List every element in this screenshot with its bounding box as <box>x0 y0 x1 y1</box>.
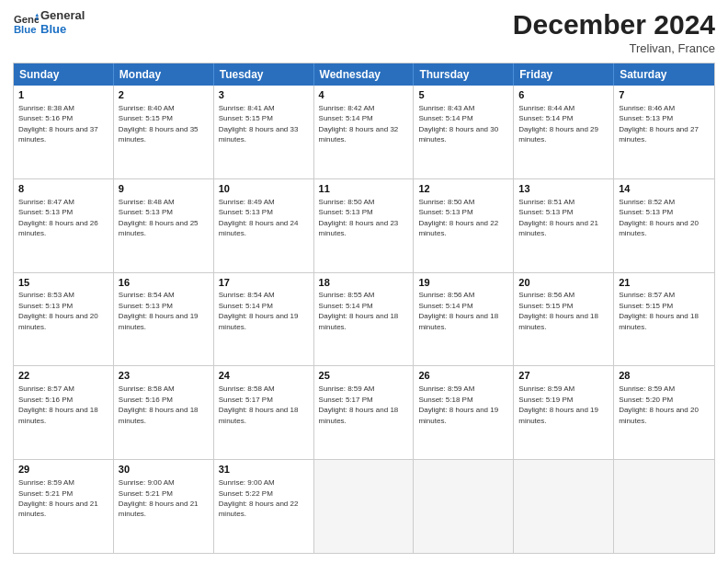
calendar-week-row: 29 Sunrise: 8:59 AMSunset: 5:21 PMDaylig… <box>14 459 714 553</box>
cell-text: Sunrise: 8:55 AMSunset: 5:14 PMDaylight:… <box>319 291 399 330</box>
day-number: 25 <box>319 369 409 383</box>
day-number: 23 <box>119 369 209 383</box>
table-row: 26 Sunrise: 8:59 AMSunset: 5:18 PMDaylig… <box>414 366 514 459</box>
calendar-week-row: 22 Sunrise: 8:57 AMSunset: 5:16 PMDaylig… <box>14 365 714 459</box>
day-number: 19 <box>418 276 508 290</box>
table-row: 20 Sunrise: 8:56 AMSunset: 5:15 PMDaylig… <box>514 273 614 366</box>
day-number: 2 <box>119 88 209 102</box>
table-row: 13 Sunrise: 8:51 AMSunset: 5:13 PMDaylig… <box>514 179 614 272</box>
header: General Blue General Blue December 2024 … <box>13 9 715 55</box>
day-number: 14 <box>619 182 710 196</box>
day-number: 13 <box>518 182 609 196</box>
table-row: 3 Sunrise: 8:41 AMSunset: 5:15 PMDayligh… <box>214 86 314 178</box>
cell-text: Sunrise: 8:54 AMSunset: 5:14 PMDaylight:… <box>219 291 299 330</box>
table-row <box>314 460 415 553</box>
table-row: 23 Sunrise: 8:58 AMSunset: 5:16 PMDaylig… <box>114 366 214 459</box>
cell-text: Sunrise: 8:48 AMSunset: 5:13 PMDaylight:… <box>119 198 199 237</box>
cell-text: Sunrise: 8:42 AMSunset: 5:14 PMDaylight:… <box>319 104 399 144</box>
logo-blue: Blue <box>40 23 85 37</box>
cell-text: Sunrise: 8:59 AMSunset: 5:19 PMDaylight:… <box>518 385 598 424</box>
cell-text: Sunrise: 8:46 AMSunset: 5:13 PMDaylight:… <box>619 104 699 144</box>
cell-text: Sunrise: 8:50 AMSunset: 5:13 PMDaylight:… <box>418 198 498 237</box>
day-of-week-header: Tuesday <box>214 63 314 86</box>
table-row: 30 Sunrise: 9:00 AMSunset: 5:21 PMDaylig… <box>114 460 214 553</box>
table-row: 2 Sunrise: 8:40 AMSunset: 5:15 PMDayligh… <box>114 86 214 178</box>
day-of-week-header: Friday <box>514 63 614 86</box>
day-number: 26 <box>418 369 508 383</box>
table-row: 24 Sunrise: 8:58 AMSunset: 5:17 PMDaylig… <box>214 366 314 459</box>
day-of-week-header: Thursday <box>414 63 514 86</box>
day-number: 6 <box>518 88 609 102</box>
cell-text: Sunrise: 8:57 AMSunset: 5:15 PMDaylight:… <box>619 291 699 330</box>
cell-text: Sunrise: 8:47 AMSunset: 5:13 PMDaylight:… <box>18 198 98 237</box>
day-number: 8 <box>18 182 108 196</box>
day-number: 20 <box>518 276 609 290</box>
calendar-week-row: 1 Sunrise: 8:38 AMSunset: 5:16 PMDayligh… <box>14 86 714 178</box>
table-row <box>514 460 614 553</box>
table-row: 6 Sunrise: 8:44 AMSunset: 5:14 PMDayligh… <box>514 86 614 178</box>
calendar-week-row: 15 Sunrise: 8:53 AMSunset: 5:13 PMDaylig… <box>14 272 714 366</box>
logo-general: General <box>40 9 85 23</box>
cell-text: Sunrise: 8:53 AMSunset: 5:13 PMDaylight:… <box>18 291 98 330</box>
cell-text: Sunrise: 8:57 AMSunset: 5:16 PMDaylight:… <box>18 385 98 424</box>
cell-text: Sunrise: 8:38 AMSunset: 5:16 PMDaylight:… <box>18 104 98 144</box>
cell-text: Sunrise: 8:59 AMSunset: 5:21 PMDaylight:… <box>18 478 98 518</box>
cell-text: Sunrise: 8:59 AMSunset: 5:18 PMDaylight:… <box>418 385 498 424</box>
table-row: 9 Sunrise: 8:48 AMSunset: 5:13 PMDayligh… <box>114 179 214 272</box>
table-row: 10 Sunrise: 8:49 AMSunset: 5:13 PMDaylig… <box>214 179 314 272</box>
cell-text: Sunrise: 8:50 AMSunset: 5:13 PMDaylight:… <box>319 198 399 237</box>
cell-text: Sunrise: 8:56 AMSunset: 5:14 PMDaylight:… <box>418 291 498 330</box>
calendar-week-row: 8 Sunrise: 8:47 AMSunset: 5:13 PMDayligh… <box>14 178 714 272</box>
day-number: 21 <box>619 276 710 290</box>
cell-text: Sunrise: 8:41 AMSunset: 5:15 PMDaylight:… <box>219 104 299 144</box>
table-row: 16 Sunrise: 8:54 AMSunset: 5:13 PMDaylig… <box>114 273 214 366</box>
cell-text: Sunrise: 8:44 AMSunset: 5:14 PMDaylight:… <box>518 104 598 144</box>
day-number: 11 <box>319 182 409 196</box>
day-number: 31 <box>219 463 309 477</box>
day-number: 28 <box>619 369 710 383</box>
day-number: 12 <box>418 182 508 196</box>
cell-text: Sunrise: 8:49 AMSunset: 5:13 PMDaylight:… <box>219 198 299 237</box>
cell-text: Sunrise: 8:58 AMSunset: 5:17 PMDaylight:… <box>219 385 299 424</box>
cell-text: Sunrise: 8:54 AMSunset: 5:13 PMDaylight:… <box>119 291 199 330</box>
calendar-body: 1 Sunrise: 8:38 AMSunset: 5:16 PMDayligh… <box>14 86 714 553</box>
table-row: 12 Sunrise: 8:50 AMSunset: 5:13 PMDaylig… <box>414 179 514 272</box>
table-row: 15 Sunrise: 8:53 AMSunset: 5:13 PMDaylig… <box>14 273 114 366</box>
month-title: December 2024 <box>513 9 715 40</box>
day-of-week-header: Wednesday <box>314 63 415 86</box>
table-row <box>414 460 514 553</box>
cell-text: Sunrise: 9:00 AMSunset: 5:21 PMDaylight:… <box>119 478 199 518</box>
table-row: 28 Sunrise: 8:59 AMSunset: 5:20 PMDaylig… <box>614 366 714 459</box>
table-row: 1 Sunrise: 8:38 AMSunset: 5:16 PMDayligh… <box>14 86 114 178</box>
cell-text: Sunrise: 8:59 AMSunset: 5:17 PMDaylight:… <box>319 385 399 424</box>
day-number: 29 <box>18 463 108 477</box>
calendar: SundayMondayTuesdayWednesdayThursdayFrid… <box>13 63 715 554</box>
svg-text:General: General <box>14 14 39 25</box>
table-row: 22 Sunrise: 8:57 AMSunset: 5:16 PMDaylig… <box>14 366 114 459</box>
cell-text: Sunrise: 8:40 AMSunset: 5:15 PMDaylight:… <box>119 104 199 144</box>
calendar-header: SundayMondayTuesdayWednesdayThursdayFrid… <box>14 63 714 86</box>
cell-text: Sunrise: 8:59 AMSunset: 5:20 PMDaylight:… <box>619 385 699 424</box>
logo-icon: General Blue <box>13 10 39 36</box>
table-row: 19 Sunrise: 8:56 AMSunset: 5:14 PMDaylig… <box>414 273 514 366</box>
cell-text: Sunrise: 8:56 AMSunset: 5:15 PMDaylight:… <box>518 291 598 330</box>
day-number: 9 <box>119 182 209 196</box>
table-row: 18 Sunrise: 8:55 AMSunset: 5:14 PMDaylig… <box>314 273 415 366</box>
cell-text: Sunrise: 8:58 AMSunset: 5:16 PMDaylight:… <box>119 385 199 424</box>
day-number: 3 <box>219 88 309 102</box>
day-number: 16 <box>119 276 209 290</box>
logo: General Blue General Blue <box>13 9 85 37</box>
day-number: 24 <box>219 369 309 383</box>
table-row: 8 Sunrise: 8:47 AMSunset: 5:13 PMDayligh… <box>14 179 114 272</box>
table-row: 5 Sunrise: 8:43 AMSunset: 5:14 PMDayligh… <box>414 86 514 178</box>
table-row: 21 Sunrise: 8:57 AMSunset: 5:15 PMDaylig… <box>614 273 714 366</box>
cell-text: Sunrise: 8:51 AMSunset: 5:13 PMDaylight:… <box>518 198 598 237</box>
table-row: 11 Sunrise: 8:50 AMSunset: 5:13 PMDaylig… <box>314 179 415 272</box>
day-number: 30 <box>119 463 209 477</box>
cell-text: Sunrise: 9:00 AMSunset: 5:22 PMDaylight:… <box>219 478 299 518</box>
day-of-week-header: Sunday <box>14 63 114 86</box>
title-block: December 2024 Trelivan, France <box>513 9 715 55</box>
svg-text:Blue: Blue <box>14 24 37 35</box>
day-number: 5 <box>418 88 508 102</box>
location: Trelivan, France <box>513 41 715 55</box>
